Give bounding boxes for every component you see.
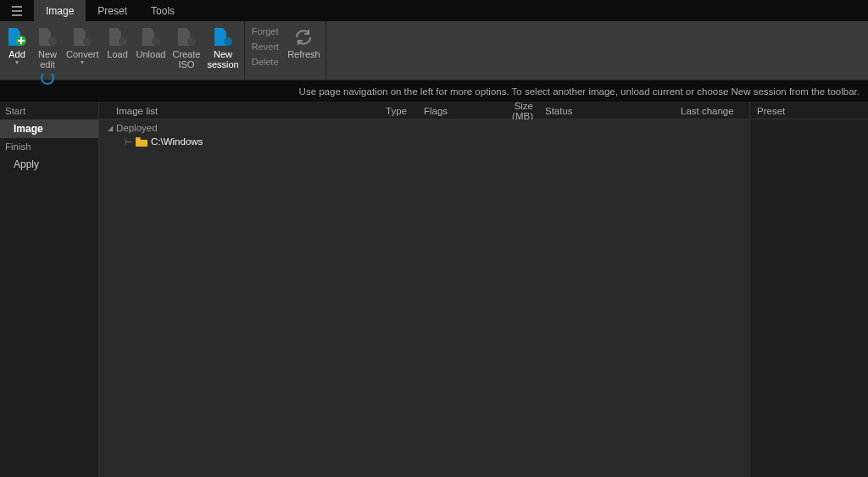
button-label: Load xyxy=(107,49,127,59)
info-text: Use page navigation on the left for more… xyxy=(299,86,860,97)
unload-button[interactable]: Unload xyxy=(133,25,170,59)
button-label: Refresh xyxy=(287,49,320,59)
panel-title: Preset xyxy=(757,106,785,116)
refresh-button[interactable]: Refresh xyxy=(284,25,324,59)
col-label: Last change xyxy=(681,106,734,116)
convert-icon xyxy=(70,26,94,48)
iso-icon xyxy=(175,26,198,48)
button-label-l2: edit xyxy=(40,59,55,69)
sidebar-item-label: Image xyxy=(14,123,43,135)
button-label: Forget xyxy=(252,26,279,36)
sidebar: Start Image Finish Apply xyxy=(0,103,99,477)
create-iso-button[interactable]: Create ISO xyxy=(169,25,203,69)
preset-panel: Preset xyxy=(749,103,868,477)
load-button[interactable]: Load xyxy=(103,25,133,59)
chevron-down-icon: ▾ xyxy=(15,59,19,66)
group-row-deployed[interactable]: ◢ Deployed xyxy=(99,121,749,135)
ribbon: Add ▾ New edit Convert ▾ Load xyxy=(0,21,868,80)
col-label: Type xyxy=(386,106,407,116)
col-label: Image list xyxy=(116,106,158,116)
button-label: Revert xyxy=(252,42,279,52)
delete-button[interactable]: Delete xyxy=(252,55,279,69)
tab-label: Tools xyxy=(151,5,175,17)
svg-point-5 xyxy=(187,37,196,46)
ribbon-group-edit: Forget Revert Delete Refresh xyxy=(245,21,326,80)
menu-button[interactable] xyxy=(0,0,34,21)
spinner-icon xyxy=(41,71,54,85)
tab-preset[interactable]: Preset xyxy=(86,0,139,21)
add-icon xyxy=(5,26,29,48)
load-icon xyxy=(106,26,130,48)
new-edit-icon xyxy=(36,26,59,48)
button-label-l1: Create xyxy=(172,49,200,59)
hamburger-icon xyxy=(11,6,23,16)
sidebar-item-apply[interactable]: Apply xyxy=(0,155,98,174)
list-column-headers: Image list Type Flags Size (MB) Status L… xyxy=(99,103,749,119)
button-label-l1: New xyxy=(214,49,232,59)
ribbon-group-main: Add ▾ New edit Convert ▾ Load xyxy=(0,21,245,80)
sidebar-header-start: Start xyxy=(0,103,98,119)
sidebar-item-image[interactable]: Image xyxy=(0,119,98,138)
button-label-l2: session xyxy=(207,59,238,69)
button-label-l2: ISO xyxy=(178,59,194,69)
col-label: Size (MB) xyxy=(492,101,533,121)
col-lastchange[interactable]: Last change xyxy=(674,103,749,119)
button-label-l1: New xyxy=(38,49,57,59)
info-bar: Use page navigation on the left for more… xyxy=(0,80,868,103)
sidebar-item-label: Apply xyxy=(14,158,39,170)
group-label: Deployed xyxy=(116,123,158,133)
col-label: Status xyxy=(545,106,573,116)
button-label: Unload xyxy=(136,49,166,59)
refresh-icon xyxy=(292,26,315,48)
new-edit-button[interactable]: New edit xyxy=(32,25,63,83)
image-list-panel: Image list Type Flags Size (MB) Status L… xyxy=(99,103,749,477)
new-session-icon xyxy=(211,26,235,48)
svg-point-4 xyxy=(152,37,160,46)
item-path: C:\Windows xyxy=(151,136,203,147)
col-status[interactable]: Status xyxy=(538,103,674,119)
new-session-button[interactable]: New session xyxy=(203,25,242,69)
revert-button[interactable]: Revert xyxy=(252,40,279,53)
tab-image[interactable]: Image xyxy=(34,0,86,21)
forget-button[interactable]: Forget xyxy=(252,25,279,38)
col-size[interactable]: Size (MB) xyxy=(485,103,538,119)
preset-panel-header: Preset xyxy=(750,103,868,119)
unload-icon xyxy=(139,26,163,48)
folder-icon xyxy=(136,136,147,147)
list-item[interactable]: ⊢ C:\Windows xyxy=(99,135,749,148)
svg-point-1 xyxy=(48,37,57,46)
tab-bar: Image Preset Tools xyxy=(0,0,868,21)
tree-handle-icon: ⊢ xyxy=(125,137,132,147)
sidebar-header-finish: Finish xyxy=(0,138,98,155)
tab-label: Preset xyxy=(97,5,127,17)
col-imagelist[interactable]: Image list xyxy=(99,103,379,119)
svg-point-3 xyxy=(119,37,127,46)
chevron-down-icon: ▾ xyxy=(81,59,84,66)
tab-tools[interactable]: Tools xyxy=(139,0,186,21)
tab-label: Image xyxy=(46,5,74,17)
col-type[interactable]: Type xyxy=(379,103,417,119)
convert-button[interactable]: Convert ▾ xyxy=(63,25,103,66)
main-layout: Start Image Finish Apply Image list Type… xyxy=(0,103,868,477)
list-body: ◢ Deployed ⊢ C:\Windows xyxy=(99,119,749,477)
button-label: Delete xyxy=(252,57,279,67)
collapse-icon: ◢ xyxy=(108,125,113,132)
svg-point-2 xyxy=(83,37,92,46)
col-flags[interactable]: Flags xyxy=(417,103,485,119)
add-button[interactable]: Add ▾ xyxy=(2,25,32,66)
svg-point-6 xyxy=(224,37,232,46)
col-label: Flags xyxy=(424,106,448,116)
